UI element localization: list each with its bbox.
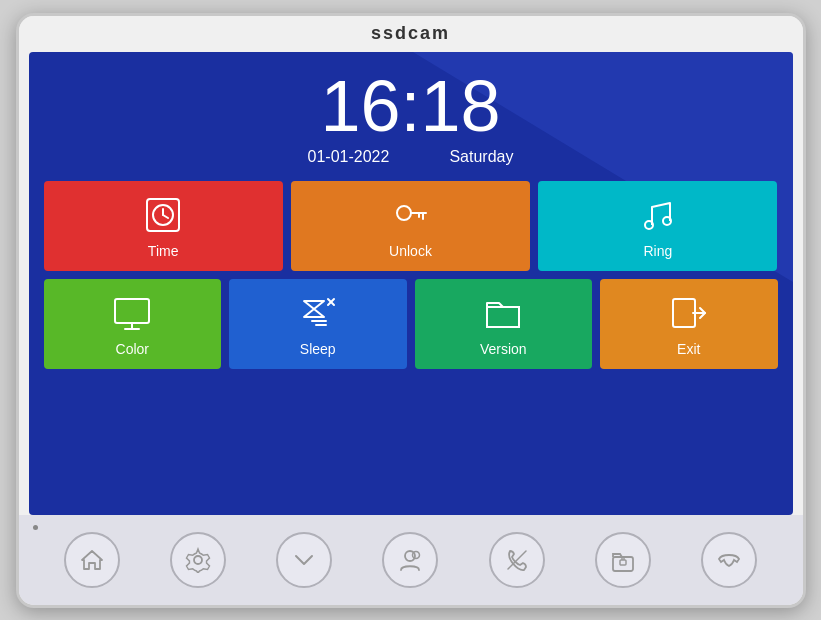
chevron-down-icon <box>291 547 317 573</box>
phone-icon <box>504 547 530 573</box>
settings-icon <box>185 547 211 573</box>
nav-user-button[interactable] <box>382 532 438 588</box>
svg-rect-10 <box>115 299 149 323</box>
time-display: 16:18 <box>44 62 778 146</box>
tile-exit-label: Exit <box>677 341 700 357</box>
tile-version[interactable]: Version <box>415 279 593 369</box>
nav-lock-button[interactable] <box>595 532 651 588</box>
clock-icon <box>141 193 185 237</box>
hangup-icon <box>716 547 742 573</box>
music-icon <box>636 193 680 237</box>
tile-ring[interactable]: Ring <box>538 181 777 271</box>
tile-sleep-label: Sleep <box>300 341 336 357</box>
user-icon <box>397 547 423 573</box>
nav-hangup-button[interactable] <box>701 532 757 588</box>
tile-sleep[interactable]: Sleep <box>229 279 407 369</box>
svg-point-23 <box>194 556 202 564</box>
folder-lock-icon <box>610 547 636 573</box>
tile-color[interactable]: Color <box>44 279 222 369</box>
svg-rect-27 <box>613 557 633 571</box>
date-text: 01-01-2022 <box>308 148 390 166</box>
nav-call-button[interactable] <box>489 532 545 588</box>
svg-point-25 <box>413 551 420 558</box>
sleep-icon <box>296 291 340 335</box>
key-icon <box>388 193 432 237</box>
bottom-bar <box>19 515 803 605</box>
main-screen: 16:18 01-01-2022 Saturday Time <box>29 52 793 515</box>
day-text: Saturday <box>449 148 513 166</box>
monitor-icon <box>110 291 154 335</box>
svg-line-3 <box>163 215 168 218</box>
brand-logo: ssdcam <box>371 23 450 44</box>
nav-home-button[interactable] <box>64 532 120 588</box>
folder-icon <box>481 291 525 335</box>
tile-unlock-label: Unlock <box>389 243 432 259</box>
date-row: 01-01-2022 Saturday <box>44 148 778 166</box>
tile-ring-label: Ring <box>643 243 672 259</box>
home-icon <box>79 547 105 573</box>
nav-settings-button[interactable] <box>170 532 226 588</box>
svg-point-4 <box>397 206 411 220</box>
svg-rect-20 <box>673 299 695 327</box>
top-tile-grid: Time Unlock <box>44 181 778 271</box>
svg-rect-28 <box>620 560 626 565</box>
tile-color-label: Color <box>116 341 149 357</box>
bottom-tile-grid: Color Sleep <box>44 279 778 369</box>
status-dot <box>33 525 38 530</box>
tile-time-label: Time <box>148 243 179 259</box>
tile-version-label: Version <box>480 341 527 357</box>
svg-marker-22 <box>82 551 102 569</box>
exit-icon <box>667 291 711 335</box>
top-bar: ssdcam <box>19 16 803 52</box>
device-frame: ssdcam 16:18 01-01-2022 Saturday Time <box>16 13 806 608</box>
tile-unlock[interactable]: Unlock <box>291 181 530 271</box>
tile-exit[interactable]: Exit <box>600 279 778 369</box>
svg-marker-13 <box>304 301 324 317</box>
nav-check-button[interactable] <box>276 532 332 588</box>
tile-time[interactable]: Time <box>44 181 283 271</box>
